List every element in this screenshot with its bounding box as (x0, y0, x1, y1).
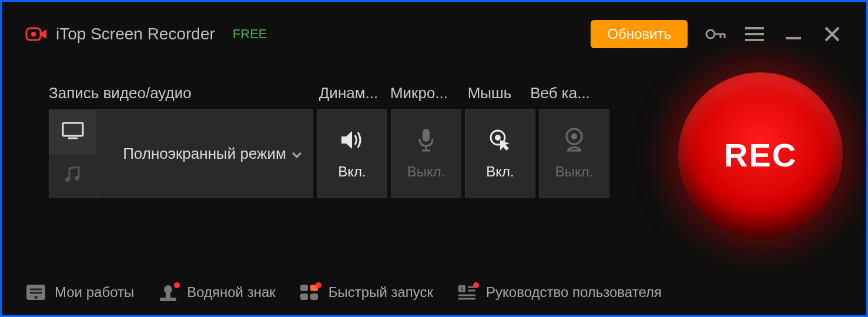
menu-icon[interactable] (744, 24, 765, 45)
svg-rect-32 (300, 293, 308, 300)
watermark-label: Водяной знак (187, 284, 276, 301)
svg-rect-30 (300, 285, 308, 291)
grid-icon (299, 283, 320, 301)
minimize-icon[interactable] (783, 24, 804, 45)
mode-selector: Полноэкранный режим (49, 109, 313, 198)
camera-icon (25, 26, 49, 42)
list-icon (25, 283, 46, 301)
svg-point-20 (495, 135, 501, 141)
svg-rect-16 (423, 129, 430, 142)
app-title: iTop Screen Recorder (56, 25, 215, 44)
quick-launch-label: Быстрый запуск (329, 284, 433, 301)
capture-section: Запись видео/аудио Динам... Микро... Мыш… (49, 84, 655, 198)
toggle-header-mic: Микро... (384, 84, 454, 102)
svg-rect-29 (160, 298, 176, 301)
key-icon[interactable] (705, 24, 726, 45)
notification-badge (174, 282, 180, 288)
record-button[interactable]: REC (678, 72, 843, 237)
mode-dropdown[interactable]: Полноэкранный режим (96, 110, 313, 197)
speaker-icon (339, 127, 365, 153)
title-bar-controls: Обновить (591, 20, 843, 48)
webcam-toggle[interactable]: Выкл. (539, 109, 609, 198)
monitor-icon (61, 121, 85, 142)
stamp-icon (157, 283, 179, 301)
svg-point-15 (75, 176, 79, 181)
title-bar: iTop Screen Recorder FREE Обновить (2, 2, 866, 49)
mouse-state: Вкл. (486, 163, 514, 180)
toggle-header-webcam: Веб ка... (525, 84, 595, 102)
mouse-toggle[interactable]: Вкл. (465, 109, 535, 198)
free-badge: FREE (233, 26, 267, 42)
toggle-header-mouse: Мышь (454, 84, 525, 102)
audio-mode-tab[interactable] (49, 154, 96, 198)
manual-button[interactable]: i Руководство пользователя (457, 283, 662, 301)
microphone-toggle[interactable]: Выкл. (391, 109, 461, 198)
svg-point-2 (706, 30, 715, 38)
my-works-label: Мои работы (55, 284, 134, 301)
webcam-icon (561, 127, 587, 153)
svg-rect-28 (166, 292, 170, 298)
mode-label-text: Полноэкранный режим (123, 143, 286, 164)
microphone-icon (413, 127, 439, 153)
chevron-down-icon (291, 143, 302, 164)
cursor-click-icon (487, 127, 513, 153)
info-icon: i (457, 283, 478, 301)
upgrade-button[interactable]: Обновить (591, 20, 688, 48)
microphone-state: Выкл. (407, 163, 445, 180)
close-icon[interactable] (822, 24, 843, 45)
manual-label: Руководство пользователя (486, 284, 662, 301)
my-works-button[interactable]: Мои работы (25, 283, 134, 301)
watermark-button[interactable]: Водяной знак (157, 283, 276, 301)
notification-badge (473, 282, 479, 288)
music-note-icon (63, 165, 82, 186)
footer-bar: Мои работы Водяной знак Быстрый запуск i… (25, 283, 843, 301)
svg-point-14 (65, 177, 70, 182)
notification-badge (316, 282, 321, 288)
video-mode-tab[interactable] (49, 110, 96, 154)
svg-point-22 (571, 134, 577, 139)
record-label: REC (724, 136, 797, 174)
toggle-header-speaker: Динам... (313, 84, 384, 102)
speaker-state: Вкл. (338, 163, 366, 180)
capture-label: Запись видео/аудио (49, 84, 313, 102)
app-logo: iTop Screen Recorder FREE (25, 25, 267, 44)
svg-point-1 (31, 32, 36, 36)
quick-launch-button[interactable]: Быстрый запуск (299, 283, 433, 301)
svg-rect-12 (63, 123, 83, 136)
svg-text:i: i (461, 285, 463, 292)
speaker-toggle[interactable]: Вкл. (317, 109, 387, 198)
svg-rect-33 (310, 293, 318, 300)
webcam-state: Выкл. (555, 163, 594, 180)
